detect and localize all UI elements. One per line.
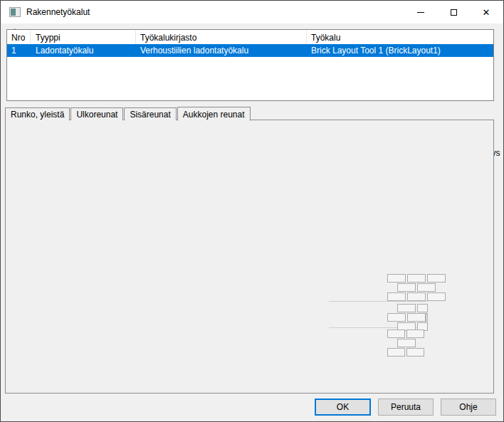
brick: [397, 283, 416, 292]
dialog-window: Rakennetyökalut ✕ ˆ Nro Tyyppi Työkaluki…: [0, 0, 504, 422]
tool-list-header: ˆ Nro Tyyppi Työkalukirjasto Työkalu: [7, 30, 493, 44]
cell-tyyppi: Ladontatyökalu: [36, 46, 93, 56]
table-row[interactable]: 1 Ladontatyökalu Verhoustiilien ladontat…: [7, 44, 493, 57]
column-header-tyokalu[interactable]: Työkalu: [311, 33, 340, 43]
cancel-button[interactable]: Peruuta: [378, 399, 434, 416]
cell-tyokalu: Brick Layout Tool 1 (BrickLayout1): [311, 46, 441, 56]
brick: [427, 274, 446, 283]
maximize-icon: [451, 9, 457, 16]
brick: [406, 348, 424, 357]
brick: [427, 292, 446, 301]
column-header-nro[interactable]: Nro: [11, 33, 25, 43]
tab-ulkoreunat[interactable]: Ulkoreunat: [70, 107, 123, 120]
tool-list[interactable]: ˆ Nro Tyyppi Työkalukirjasto Työkalu 1 L…: [6, 29, 494, 101]
titlebar[interactable]: Rakennetyökalut ✕: [1, 1, 503, 23]
brick: [387, 348, 405, 357]
minimize-icon: [417, 12, 424, 13]
brick: [397, 304, 416, 312]
brick: [407, 274, 426, 283]
column-header-tyyppi[interactable]: Tyyppi: [36, 33, 61, 43]
brick: [417, 283, 436, 292]
section-divider: [329, 301, 428, 302]
brick: [417, 304, 428, 312]
tab-aukkojen-reunat[interactable]: Aukkojen reunat: [177, 107, 251, 121]
brick: [406, 329, 424, 338]
window-title: Rakennetyökalut: [26, 7, 90, 17]
maximize-button[interactable]: [437, 1, 470, 23]
cell-nro: 1: [11, 46, 16, 56]
minimize-button[interactable]: [404, 1, 437, 23]
brick: [387, 292, 406, 301]
close-icon: ✕: [483, 8, 490, 17]
ok-button[interactable]: OK: [315, 399, 371, 416]
brick: [407, 292, 426, 301]
brick: [387, 274, 406, 283]
column-divider[interactable]: [306, 31, 307, 43]
tab-strip: Runko, yleistä Ulkoreunat Sisäreunat Auk…: [5, 106, 251, 120]
brick: [426, 313, 428, 322]
column-header-kirjasto[interactable]: Työkalukirjasto: [140, 33, 196, 43]
close-button[interactable]: ✕: [470, 1, 503, 23]
tab-runko-yleista[interactable]: Runko, yleistä: [5, 107, 70, 120]
brick: [387, 313, 406, 322]
column-divider[interactable]: [135, 31, 136, 43]
column-divider[interactable]: [30, 31, 31, 43]
brick: [387, 329, 405, 338]
help-button[interactable]: Ohje: [441, 399, 496, 416]
cell-kirjasto: Verhoustiilien ladontatyökalu: [140, 46, 248, 56]
brick: [397, 339, 416, 347]
app-icon: [9, 7, 21, 17]
tab-sisareunat[interactable]: Sisäreunat: [124, 107, 176, 120]
brick: [407, 313, 426, 322]
